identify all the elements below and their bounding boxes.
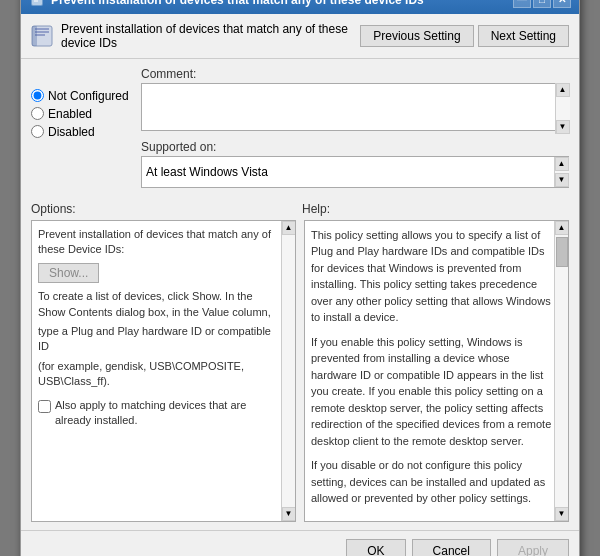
comment-scrollbar[interactable]: ▲ ▼ — [555, 83, 569, 134]
next-setting-button[interactable]: Next Setting — [478, 25, 569, 47]
help-para-2: If you enable this policy setting, Windo… — [311, 334, 552, 450]
help-scroll-up[interactable]: ▲ — [555, 221, 569, 235]
policy-icon — [29, 0, 45, 8]
supported-scrollbar[interactable]: ▲ ▼ — [554, 157, 568, 187]
dialog-footer: OK Cancel Apply — [21, 530, 579, 557]
options-instruction2: type a Plug and Play hardware ID or comp… — [38, 324, 279, 355]
dialog-window: Prevent installation of devices that mat… — [20, 0, 580, 556]
help-scroll-track — [555, 235, 569, 507]
help-para-1: This policy setting allows you to specif… — [311, 227, 552, 326]
options-scroll-track — [282, 235, 296, 507]
help-scroll-thumb[interactable] — [556, 237, 568, 267]
options-instruction: To create a list of devices, click Show.… — [38, 289, 279, 320]
comment-wrapper: ▲ ▼ — [141, 83, 569, 134]
help-content: This policy setting allows you to specif… — [311, 227, 552, 507]
show-button[interactable]: Show... — [38, 263, 99, 283]
scroll-track — [556, 97, 570, 120]
title-bar-left: Prevent installation of devices that mat… — [29, 0, 424, 8]
options-scroll-up[interactable]: ▲ — [282, 221, 296, 235]
options-scrollbar[interactable]: ▲ ▼ — [281, 221, 295, 521]
help-label: Help: — [302, 202, 330, 216]
header-title-area: Prevent installation of devices that mat… — [31, 22, 360, 50]
options-label: Options: — [31, 202, 76, 216]
supported-on-value: At least Windows Vista — [146, 165, 268, 179]
help-scrollbar[interactable]: ▲ ▼ — [554, 221, 568, 521]
previous-setting-button[interactable]: Previous Setting — [360, 25, 473, 47]
not-configured-radio[interactable]: Not Configured — [31, 89, 131, 103]
supported-on-box: At least Windows Vista ▲ ▼ — [141, 156, 569, 188]
radio-group: Not Configured Enabled Disabled — [31, 67, 131, 194]
svg-rect-3 — [32, 26, 37, 46]
scroll-up-arrow[interactable]: ▲ — [556, 83, 570, 97]
options-main-text: Prevent installation of devices that mat… — [38, 227, 279, 258]
enabled-radio[interactable]: Enabled — [31, 107, 131, 121]
scroll-down-arrow[interactable]: ▼ — [556, 120, 570, 134]
options-label-container: Options: — [31, 202, 298, 216]
header-buttons: Previous Setting Next Setting — [360, 25, 569, 47]
comment-textarea[interactable] — [141, 83, 569, 131]
comment-label: Comment: — [141, 67, 569, 81]
cancel-button[interactable]: Cancel — [412, 539, 491, 557]
help-panel: This policy setting allows you to specif… — [304, 220, 569, 522]
comment-field-row: Comment: ▲ ▼ — [141, 67, 569, 134]
supported-scroll-down[interactable]: ▼ — [555, 173, 569, 187]
top-section: Not Configured Enabled Disabled Comment: — [31, 67, 569, 194]
close-button[interactable]: ✕ — [553, 0, 571, 8]
checkbox-label: Also apply to matching devices that are … — [55, 398, 279, 429]
supported-on-row: Supported on: At least Windows Vista ▲ ▼ — [141, 140, 569, 188]
help-para-3: If you disable or do not configure this … — [311, 457, 552, 507]
disabled-radio[interactable]: Disabled — [31, 125, 131, 139]
also-apply-checkbox[interactable]: Also apply to matching devices that are … — [38, 398, 279, 429]
maximize-button[interactable]: □ — [533, 0, 551, 8]
supported-scroll-up[interactable]: ▲ — [555, 157, 569, 171]
content-area: Not Configured Enabled Disabled Comment: — [21, 59, 579, 530]
options-scroll-down[interactable]: ▼ — [282, 507, 296, 521]
title-text: Prevent installation of devices that mat… — [51, 0, 424, 7]
title-bar: Prevent installation of devices that mat… — [21, 0, 579, 14]
minimize-button[interactable]: — — [513, 0, 531, 8]
options-panel: Prevent installation of devices that mat… — [31, 220, 296, 522]
help-scroll-down[interactable]: ▼ — [555, 507, 569, 521]
title-controls: — □ ✕ — [513, 0, 571, 8]
right-col: Comment: ▲ ▼ Supported on: At least Wind… — [141, 67, 569, 194]
help-label-container: Help: — [302, 202, 569, 216]
apply-button[interactable]: Apply — [497, 539, 569, 557]
options-content: Prevent installation of devices that mat… — [38, 227, 279, 429]
options-instruction3: (for example, gendisk, USB\COMPOSITE, US… — [38, 359, 279, 390]
header-title-text: Prevent installation of devices that mat… — [61, 22, 360, 50]
shield-icon — [31, 25, 53, 47]
ok-button[interactable]: OK — [346, 539, 405, 557]
supported-on-label: Supported on: — [141, 140, 569, 154]
header-row: Prevent installation of devices that mat… — [21, 14, 579, 59]
bottom-section: Prevent installation of devices that mat… — [31, 220, 569, 522]
panel-labels: Options: Help: — [31, 202, 569, 216]
